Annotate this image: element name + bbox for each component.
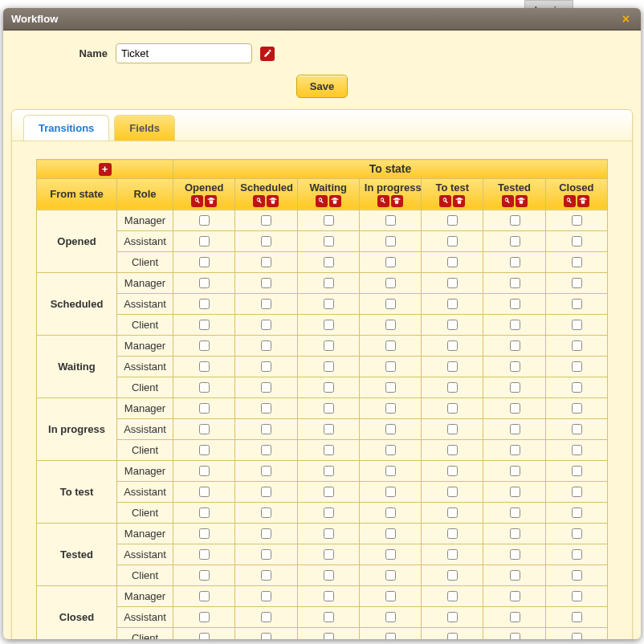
transition-checkbox[interactable] (385, 320, 396, 330)
transition-checkbox[interactable] (510, 257, 520, 267)
search-icon[interactable] (253, 195, 265, 207)
transition-checkbox[interactable] (199, 215, 210, 226)
transition-checkbox[interactable] (510, 507, 520, 518)
transition-checkbox[interactable] (447, 507, 458, 518)
transition-checkbox[interactable] (385, 257, 396, 267)
transition-checkbox[interactable] (572, 528, 582, 539)
transition-checkbox[interactable] (199, 236, 210, 247)
transition-checkbox[interactable] (510, 445, 520, 455)
transition-checkbox[interactable] (572, 549, 582, 560)
name-input[interactable] (116, 43, 252, 63)
transition-checkbox[interactable] (199, 528, 210, 539)
transition-checkbox[interactable] (385, 507, 396, 518)
transition-checkbox[interactable] (324, 570, 334, 581)
transition-checkbox[interactable] (324, 445, 334, 455)
transition-checkbox[interactable] (199, 340, 210, 351)
transition-checkbox[interactable] (324, 236, 334, 247)
transition-checkbox[interactable] (261, 340, 271, 351)
transition-checkbox[interactable] (261, 549, 271, 560)
transition-checkbox[interactable] (572, 299, 582, 309)
transition-checkbox[interactable] (447, 528, 458, 539)
transition-checkbox[interactable] (447, 382, 458, 393)
transition-checkbox[interactable] (572, 403, 582, 414)
transition-checkbox[interactable] (510, 382, 520, 393)
search-icon[interactable] (377, 195, 389, 207)
transition-checkbox[interactable] (385, 487, 396, 497)
transition-checkbox[interactable] (324, 612, 334, 622)
transition-checkbox[interactable] (510, 612, 520, 622)
transition-checkbox[interactable] (261, 361, 271, 372)
trash-icon[interactable] (267, 195, 279, 207)
transition-checkbox[interactable] (324, 466, 334, 476)
transition-checkbox[interactable] (510, 591, 520, 601)
transition-checkbox[interactable] (447, 487, 458, 497)
transition-checkbox[interactable] (572, 320, 582, 330)
trash-icon[interactable] (391, 195, 403, 207)
transition-checkbox[interactable] (572, 466, 582, 476)
tab-fields[interactable]: Fields (114, 115, 175, 141)
transition-checkbox[interactable] (385, 382, 396, 393)
transition-checkbox[interactable] (324, 591, 334, 601)
transition-checkbox[interactable] (510, 403, 520, 414)
transition-checkbox[interactable] (261, 403, 271, 414)
transition-checkbox[interactable] (261, 320, 271, 330)
transition-checkbox[interactable] (261, 591, 271, 601)
trash-icon[interactable] (453, 195, 465, 207)
transition-checkbox[interactable] (510, 424, 520, 434)
transition-checkbox[interactable] (324, 257, 334, 267)
transition-checkbox[interactable] (510, 340, 520, 351)
add-state-button[interactable]: + (99, 163, 112, 176)
transition-checkbox[interactable] (261, 487, 271, 497)
transition-checkbox[interactable] (572, 570, 582, 581)
transition-checkbox[interactable] (261, 236, 271, 247)
trash-icon[interactable] (516, 195, 528, 207)
transition-checkbox[interactable] (199, 549, 210, 560)
transition-checkbox[interactable] (261, 215, 271, 226)
save-button[interactable]: Save (296, 75, 348, 98)
trash-icon[interactable] (577, 195, 589, 207)
transition-checkbox[interactable] (572, 612, 582, 622)
transition-checkbox[interactable] (572, 424, 582, 434)
transition-checkbox[interactable] (385, 612, 396, 622)
transition-checkbox[interactable] (447, 466, 458, 476)
transition-checkbox[interactable] (510, 278, 520, 288)
transition-checkbox[interactable] (261, 507, 271, 518)
transition-checkbox[interactable] (510, 549, 520, 560)
trash-icon[interactable] (329, 195, 341, 207)
transition-checkbox[interactable] (447, 591, 458, 601)
transition-checkbox[interactable] (324, 549, 334, 560)
transition-checkbox[interactable] (510, 215, 520, 226)
transition-checkbox[interactable] (324, 340, 334, 351)
transition-checkbox[interactable] (199, 403, 210, 414)
transition-checkbox[interactable] (199, 507, 210, 518)
transition-checkbox[interactable] (385, 340, 396, 351)
transition-checkbox[interactable] (510, 466, 520, 476)
transition-checkbox[interactable] (324, 528, 334, 539)
transition-checkbox[interactable] (199, 445, 210, 455)
transition-checkbox[interactable] (572, 445, 582, 455)
transition-checkbox[interactable] (199, 591, 210, 601)
transition-checkbox[interactable] (572, 340, 582, 351)
transition-checkbox[interactable] (324, 361, 334, 372)
transition-checkbox[interactable] (510, 633, 520, 639)
transition-checkbox[interactable] (447, 215, 458, 226)
transition-checkbox[interactable] (324, 403, 334, 414)
transition-checkbox[interactable] (199, 382, 210, 393)
transition-checkbox[interactable] (261, 424, 271, 434)
search-icon[interactable] (502, 195, 514, 207)
transition-checkbox[interactable] (447, 320, 458, 330)
transition-checkbox[interactable] (199, 320, 210, 330)
transition-checkbox[interactable] (385, 633, 396, 639)
transition-checkbox[interactable] (199, 299, 210, 309)
transition-checkbox[interactable] (572, 257, 582, 267)
transition-checkbox[interactable] (261, 257, 271, 267)
transition-checkbox[interactable] (447, 299, 458, 309)
transition-checkbox[interactable] (324, 424, 334, 434)
transition-checkbox[interactable] (572, 507, 582, 518)
transition-checkbox[interactable] (447, 257, 458, 267)
search-icon[interactable] (316, 195, 328, 207)
transition-checkbox[interactable] (572, 236, 582, 247)
transition-checkbox[interactable] (324, 487, 334, 497)
transition-checkbox[interactable] (572, 591, 582, 601)
transition-checkbox[interactable] (385, 591, 396, 601)
